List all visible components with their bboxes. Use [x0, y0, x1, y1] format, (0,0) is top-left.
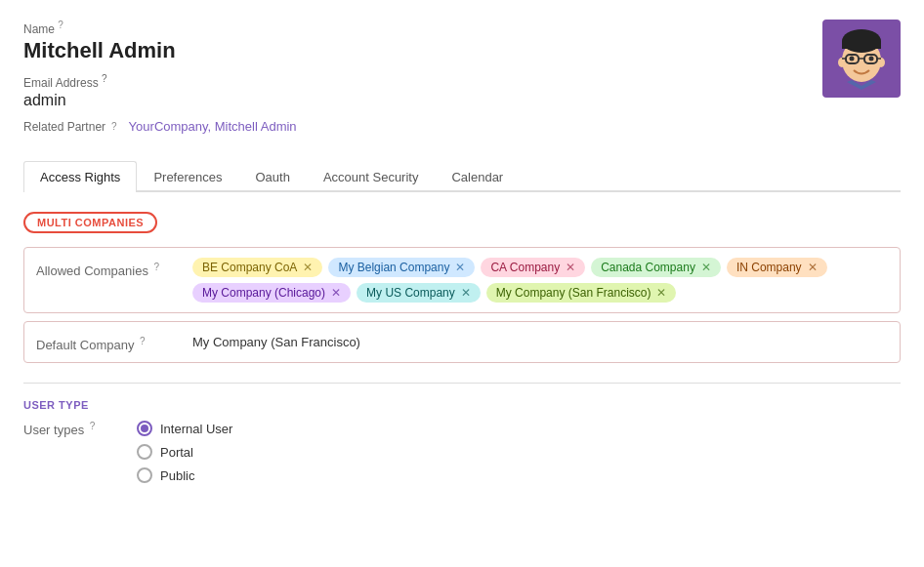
- allowed-companies-content: BE Company CoA ✕ My Belgian Company ✕ CA…: [192, 258, 888, 303]
- company-tag-close[interactable]: ✕: [461, 286, 471, 300]
- svg-point-11: [850, 57, 855, 61]
- company-tag-us: My US Company ✕: [357, 283, 481, 303]
- radio-internal-circle: [137, 421, 152, 436]
- default-company-row: Default Company ? My Company (San Franci…: [23, 321, 901, 363]
- tab-preferences-label: Preferences: [153, 170, 222, 184]
- company-tag-close[interactable]: ✕: [701, 261, 711, 274]
- company-tag-label: My Belgian Company: [338, 261, 449, 274]
- tab-calendar[interactable]: Calendar: [435, 161, 520, 192]
- tab-calendar-label: Calendar: [451, 170, 503, 184]
- divider: [23, 383, 901, 384]
- radio-public-circle: [137, 467, 152, 483]
- name-label-text: Name: [23, 22, 55, 36]
- allowed-companies-row: Allowed Companies ? BE Company CoA ✕ My …: [23, 247, 901, 313]
- avatar: [822, 20, 901, 98]
- page: Name ? Mitchell Admin Email Address ? ad…: [0, 0, 924, 503]
- email-label-text: Email Address: [23, 76, 99, 90]
- allowed-companies-tooltip: ?: [154, 262, 160, 272]
- default-company-label: Default Company ?: [36, 332, 192, 352]
- name-label: Name ?: [23, 20, 822, 36]
- tab-oauth[interactable]: Oauth: [238, 161, 306, 192]
- header-section: Name ? Mitchell Admin Email Address ? ad…: [23, 20, 901, 149]
- header-left: Name ? Mitchell Admin Email Address ? ad…: [23, 20, 822, 149]
- radio-public-label: Public: [160, 468, 194, 483]
- tab-access-rights[interactable]: Access Rights: [23, 161, 137, 192]
- company-tag-label: CA Company: [490, 261, 560, 274]
- radio-portal-circle: [137, 444, 152, 460]
- tabs-container: Access Rights Preferences Oauth Account …: [23, 161, 901, 192]
- user-type-row: User types ? Internal User Portal Public: [23, 421, 901, 483]
- company-tag-close[interactable]: ✕: [331, 286, 341, 300]
- company-tag-sf: My Company (San Francisco) ✕: [486, 283, 677, 303]
- default-company-label-text: Default Company: [36, 338, 134, 352]
- tab-account-security[interactable]: Account Security: [307, 161, 436, 192]
- related-partner-link[interactable]: YourCompany, Mitchell Admin: [129, 119, 297, 134]
- user-type-tooltip: ?: [90, 421, 96, 431]
- company-tag-canada: Canada Company ✕: [591, 258, 721, 277]
- allowed-companies-label: Allowed Companies ?: [36, 258, 192, 278]
- user-name: Mitchell Admin: [23, 38, 822, 63]
- avatar-image: [822, 20, 901, 98]
- user-type-section: USER TYPE User types ? Internal User Por…: [23, 399, 901, 483]
- company-tag-label: My US Company: [366, 286, 455, 300]
- company-tag-close[interactable]: ✕: [303, 261, 313, 274]
- radio-portal[interactable]: Portal: [137, 444, 232, 460]
- radio-public[interactable]: Public: [137, 467, 232, 483]
- company-tag-label: IN Company: [736, 261, 802, 274]
- radio-internal-user[interactable]: Internal User: [137, 421, 232, 436]
- multi-companies-label: MULTI COMPANIES: [23, 212, 157, 233]
- name-tooltip-icon: ?: [58, 20, 63, 30]
- company-tag-be-company-coa: BE Company CoA ✕: [192, 258, 322, 277]
- company-tag-close[interactable]: ✕: [455, 261, 465, 274]
- allowed-companies-label-text: Allowed Companies: [36, 263, 148, 278]
- company-tag-label: My Company (Chicago): [202, 286, 325, 300]
- tab-oauth-label: Oauth: [255, 170, 289, 184]
- default-company-value: My Company (San Francisco): [192, 335, 360, 349]
- email-tooltip-icon: ?: [102, 73, 107, 84]
- user-type-label-text: User types: [23, 424, 84, 438]
- company-tag-close[interactable]: ✕: [808, 261, 818, 274]
- tab-account-security-label: Account Security: [323, 170, 419, 184]
- tab-preferences[interactable]: Preferences: [137, 161, 238, 192]
- company-tag-chicago: My Company (Chicago) ✕: [192, 283, 351, 303]
- company-tag-close[interactable]: ✕: [656, 286, 666, 300]
- user-type-label: User types ?: [23, 421, 121, 437]
- company-tag-label: BE Company CoA: [202, 261, 297, 274]
- tab-access-rights-label: Access Rights: [40, 170, 120, 184]
- company-tag-ca: CA Company ✕: [481, 258, 585, 277]
- related-partner-row: Related Partner ? YourCompany, Mitchell …: [23, 119, 822, 134]
- svg-point-12: [869, 57, 874, 61]
- default-company-tooltip: ?: [140, 336, 146, 346]
- email-label: Email Address ?: [23, 73, 822, 90]
- company-tag-label: My Company (San Francisco): [496, 286, 651, 300]
- user-type-radio-group: Internal User Portal Public: [137, 421, 232, 483]
- svg-rect-3: [842, 41, 881, 49]
- multi-companies-section: MULTI COMPANIES Allowed Companies ? BE C…: [23, 212, 901, 363]
- company-tag-close[interactable]: ✕: [566, 261, 575, 274]
- company-tag-in: IN Company ✕: [727, 258, 827, 277]
- company-tag-label: Canada Company: [601, 261, 695, 274]
- radio-portal-label: Portal: [160, 445, 193, 460]
- radio-internal-label: Internal User: [160, 422, 232, 436]
- company-tag-my-belgian: My Belgian Company ✕: [328, 258, 475, 277]
- related-partner-label: Related Partner: [23, 120, 105, 134]
- user-type-section-label: USER TYPE: [23, 399, 901, 411]
- related-partner-tooltip: ?: [111, 121, 117, 132]
- email-value: admin: [23, 92, 822, 109]
- radio-internal-dot: [141, 425, 148, 432]
